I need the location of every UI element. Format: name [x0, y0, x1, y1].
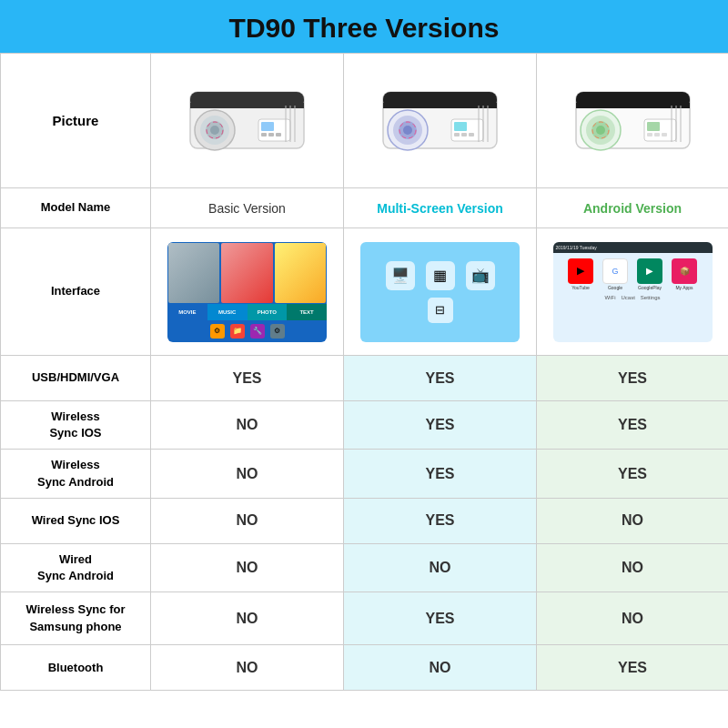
basic-label-movie: MOVIE: [167, 304, 207, 320]
feature-wired-android: WiredSync Android: [1, 543, 151, 592]
android-top-bar: 2019/11/19 Tuesday: [553, 242, 713, 253]
wired-android-android: NO: [537, 543, 729, 592]
row-usb: USB/HDMI/VGA YES YES YES: [1, 356, 729, 401]
multi-icon-apps: ▦: [426, 261, 455, 290]
row-bluetooth: Bluetooth NO NO YES: [1, 645, 729, 691]
feature-wired-ios: Wired Sync IOS: [1, 498, 151, 543]
bluetooth-android: YES: [537, 645, 729, 691]
wired-ios-multi: YES: [344, 498, 537, 543]
myapps-label: My Apps: [675, 285, 693, 290]
svg-rect-26: [454, 133, 460, 136]
basic-photos: [167, 242, 327, 304]
svg-point-38: [596, 126, 605, 135]
row-wired-ios: Wired Sync IOS NO YES NO: [1, 498, 729, 543]
basic-label-music: MUSIC: [207, 304, 248, 320]
android-date: 2019/11/19 Tuesday: [556, 245, 597, 250]
model-multi: Multi-Screen Version: [344, 188, 537, 228]
projector-android-icon: [562, 74, 703, 165]
svg-rect-18: [383, 103, 497, 108]
android-app-googleplay: ▶ GooglePlay: [634, 258, 665, 290]
basic-icon-3: 🔧: [250, 324, 265, 339]
svg-rect-25: [454, 122, 467, 131]
svg-rect-27: [461, 133, 467, 136]
svg-rect-2: [190, 103, 304, 108]
googleplay-icon: ▶: [637, 258, 662, 284]
feature-wireless-ios: WirelessSync IOS: [1, 401, 151, 450]
row-wireless-ios: WirelessSync IOS NO YES YES: [1, 401, 729, 450]
svg-rect-43: [654, 133, 660, 136]
android-app-myapps: 📦 My Apps: [669, 258, 700, 290]
android-bottom-icon-2: Ucast: [621, 295, 634, 300]
feature-interface: Interface: [1, 228, 151, 356]
interface-basic-screen: MOVIE MUSIC PHOTO TEXT ⚙ 📁 🔧 ⚙: [167, 242, 327, 342]
wireless-ios-basic: NO: [151, 401, 344, 450]
picture-multi: [344, 54, 537, 188]
svg-rect-44: [662, 133, 667, 136]
interface-multi-screen: 🖥️ ▦ 📺 ⊟: [360, 242, 520, 342]
google-label: Google: [608, 285, 622, 290]
wireless-samsung-android: NO: [537, 592, 729, 645]
svg-rect-34: [576, 103, 690, 108]
wireless-ios-multi: YES: [344, 401, 537, 450]
usb-multi: YES: [344, 356, 537, 401]
basic-photo-1: [168, 243, 219, 303]
title-bar: TD90 Three Versions: [0, 0, 728, 53]
android-bottom-icon-1: WiFi: [604, 295, 615, 300]
picture-basic: [151, 54, 344, 188]
youtube-label: YouTube: [571, 285, 590, 290]
basic-icon-4: ⚙: [270, 324, 285, 339]
page-title: TD90 Three Versions: [0, 13, 728, 44]
android-bottom-icon-3: Settings: [641, 295, 661, 300]
interface-basic: MOVIE MUSIC PHOTO TEXT ⚙ 📁 🔧 ⚙: [151, 228, 344, 356]
multi-icon-monitor: 🖥️: [386, 261, 415, 290]
svg-rect-41: [647, 122, 660, 131]
feature-picture: Picture: [1, 54, 151, 188]
multi-icon-cast: ⊟: [428, 298, 453, 323]
wireless-samsung-basic: NO: [151, 592, 344, 645]
row-wireless-android: WirelessSync Android NO YES YES: [1, 450, 729, 498]
svg-rect-11: [268, 133, 274, 136]
basic-label-text: TEXT: [287, 304, 327, 320]
basic-photo-2: [221, 243, 272, 303]
wired-ios-basic: NO: [151, 498, 344, 543]
feature-bluetooth: Bluetooth: [1, 645, 151, 691]
wireless-android-android: YES: [537, 450, 729, 498]
feature-usb: USB/HDMI/VGA: [1, 356, 151, 401]
row-interface: Interface MOVIE MUSIC PHOTO TEXT ⚙ 📁 🔧: [1, 228, 729, 356]
svg-rect-28: [469, 133, 474, 136]
multi-icon-tv: 📺: [466, 261, 495, 290]
basic-icon-2: 📁: [230, 324, 245, 339]
svg-rect-9: [261, 122, 274, 131]
wired-android-multi: NO: [344, 543, 537, 592]
android-bottom-bar: WiFi Ucast Settings: [553, 292, 713, 303]
youtube-icon: ▶: [568, 258, 593, 284]
svg-rect-12: [276, 133, 281, 136]
basic-photo-3: [275, 243, 326, 303]
model-basic: Basic Version: [151, 188, 344, 228]
bluetooth-basic: NO: [151, 645, 344, 691]
multi-icon-row-2: ⊟: [428, 298, 453, 323]
row-wired-android: WiredSync Android NO NO NO: [1, 543, 729, 592]
wireless-android-multi: YES: [344, 450, 537, 498]
feature-model: Model Name: [1, 188, 151, 228]
picture-android: [537, 54, 729, 188]
basic-labels: MOVIE MUSIC PHOTO TEXT: [167, 304, 327, 320]
svg-point-22: [403, 126, 412, 135]
row-picture: Picture: [1, 54, 729, 188]
svg-rect-42: [647, 133, 652, 136]
basic-icon-1: ⚙: [210, 324, 225, 339]
wireless-android-basic: NO: [151, 450, 344, 498]
multi-icon-row-1: 🖥️ ▦ 📺: [386, 261, 495, 290]
wireless-ios-android: YES: [537, 401, 729, 450]
basic-label-photo: PHOTO: [248, 304, 288, 320]
android-app-google: G Google: [600, 258, 631, 290]
projector-basic-icon: [177, 74, 318, 165]
basic-icons-row: ⚙ 📁 🔧 ⚙: [167, 320, 327, 340]
row-wireless-samsung: Wireless Sync forSamsung phone NO YES NO: [1, 592, 729, 645]
wired-android-basic: NO: [151, 543, 344, 592]
wired-ios-android: NO: [537, 498, 729, 543]
svg-point-6: [210, 126, 219, 135]
android-apps-row: ▶ YouTube G Google ▶ GooglePlay 📦 My App…: [553, 253, 713, 292]
google-icon: G: [602, 258, 628, 284]
feature-wireless-samsung: Wireless Sync forSamsung phone: [1, 592, 151, 645]
